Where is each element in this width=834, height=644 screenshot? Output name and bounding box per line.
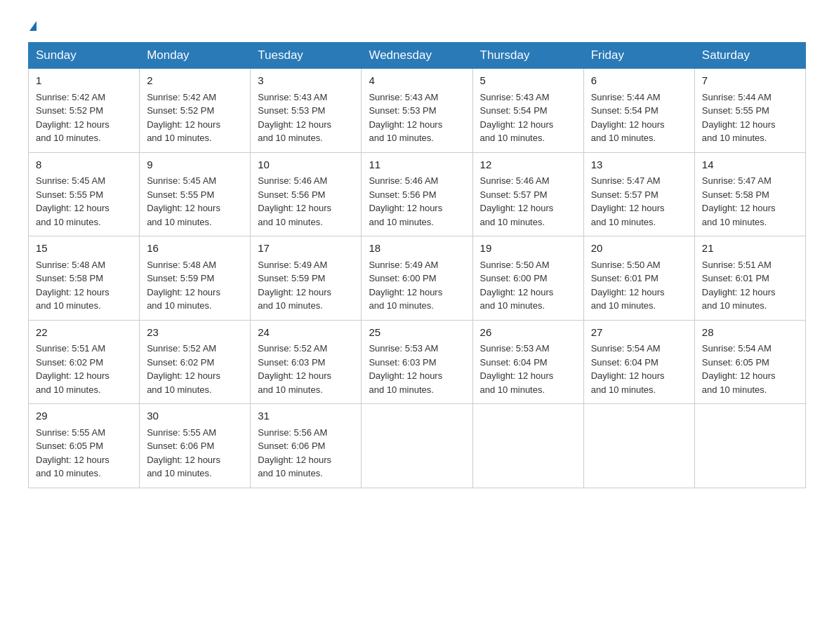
day-number: 25 bbox=[369, 325, 465, 341]
weekday-header-monday: Monday bbox=[140, 43, 251, 69]
day-number: 10 bbox=[258, 157, 354, 173]
calendar-week-1: 1Sunrise: 5:42 AMSunset: 5:52 PMDaylight… bbox=[29, 69, 806, 153]
day-number: 5 bbox=[480, 73, 576, 89]
calendar-cell bbox=[694, 404, 805, 488]
calendar-cell: 2Sunrise: 5:42 AMSunset: 5:52 PMDaylight… bbox=[140, 69, 251, 153]
day-number: 29 bbox=[36, 408, 132, 424]
day-number: 22 bbox=[36, 325, 132, 341]
day-number: 24 bbox=[258, 325, 354, 341]
weekday-header-wednesday: Wednesday bbox=[362, 43, 472, 69]
day-number: 4 bbox=[369, 73, 465, 89]
weekday-header-tuesday: Tuesday bbox=[251, 43, 362, 69]
logo bbox=[28, 21, 37, 31]
day-number: 11 bbox=[369, 157, 465, 173]
weekday-header-saturday: Saturday bbox=[694, 43, 805, 69]
calendar-cell: 22Sunrise: 5:51 AMSunset: 6:02 PMDayligh… bbox=[29, 320, 140, 404]
day-number: 7 bbox=[702, 73, 798, 89]
day-number: 12 bbox=[480, 157, 576, 173]
calendar-cell: 11Sunrise: 5:46 AMSunset: 5:56 PMDayligh… bbox=[362, 152, 472, 236]
day-number: 28 bbox=[702, 325, 798, 341]
day-number: 18 bbox=[369, 241, 465, 257]
weekday-header-thursday: Thursday bbox=[472, 43, 583, 69]
calendar-cell: 9Sunrise: 5:45 AMSunset: 5:55 PMDaylight… bbox=[140, 152, 251, 236]
day-number: 17 bbox=[258, 241, 354, 257]
calendar-table: SundayMondayTuesdayWednesdayThursdayFrid… bbox=[28, 42, 806, 488]
day-number: 1 bbox=[36, 73, 132, 89]
day-number: 26 bbox=[480, 325, 576, 341]
calendar-cell: 15Sunrise: 5:48 AMSunset: 5:58 PMDayligh… bbox=[29, 236, 140, 321]
day-number: 9 bbox=[147, 157, 243, 173]
calendar-cell: 14Sunrise: 5:47 AMSunset: 5:58 PMDayligh… bbox=[694, 152, 805, 236]
calendar-cell: 31Sunrise: 5:56 AMSunset: 6:06 PMDayligh… bbox=[251, 404, 362, 488]
weekday-header-sunday: Sunday bbox=[29, 43, 140, 69]
day-number: 23 bbox=[147, 325, 243, 341]
day-number: 2 bbox=[147, 73, 243, 89]
calendar-week-4: 22Sunrise: 5:51 AMSunset: 6:02 PMDayligh… bbox=[29, 320, 806, 404]
calendar-cell: 4Sunrise: 5:43 AMSunset: 5:53 PMDaylight… bbox=[362, 69, 472, 153]
calendar-cell bbox=[583, 404, 694, 488]
day-number: 14 bbox=[702, 157, 798, 173]
calendar-cell bbox=[472, 404, 583, 488]
weekday-header-row: SundayMondayTuesdayWednesdayThursdayFrid… bbox=[29, 43, 806, 69]
day-number: 6 bbox=[591, 73, 687, 89]
calendar-cell: 5Sunrise: 5:43 AMSunset: 5:54 PMDaylight… bbox=[472, 69, 583, 153]
calendar-cell: 10Sunrise: 5:46 AMSunset: 5:56 PMDayligh… bbox=[251, 152, 362, 236]
calendar-cell: 27Sunrise: 5:54 AMSunset: 6:04 PMDayligh… bbox=[583, 320, 694, 404]
calendar-cell: 26Sunrise: 5:53 AMSunset: 6:04 PMDayligh… bbox=[472, 320, 583, 404]
calendar-cell: 17Sunrise: 5:49 AMSunset: 5:59 PMDayligh… bbox=[251, 236, 362, 321]
calendar-cell: 19Sunrise: 5:50 AMSunset: 6:00 PMDayligh… bbox=[472, 236, 583, 321]
calendar-cell: 1Sunrise: 5:42 AMSunset: 5:52 PMDaylight… bbox=[29, 69, 140, 153]
calendar-week-5: 29Sunrise: 5:55 AMSunset: 6:05 PMDayligh… bbox=[29, 404, 806, 488]
day-number: 3 bbox=[258, 73, 354, 89]
calendar-cell: 8Sunrise: 5:45 AMSunset: 5:55 PMDaylight… bbox=[29, 152, 140, 236]
day-number: 20 bbox=[591, 241, 687, 257]
calendar-cell: 16Sunrise: 5:48 AMSunset: 5:59 PMDayligh… bbox=[140, 236, 251, 321]
calendar-cell: 13Sunrise: 5:47 AMSunset: 5:57 PMDayligh… bbox=[583, 152, 694, 236]
calendar-cell: 18Sunrise: 5:49 AMSunset: 6:00 PMDayligh… bbox=[362, 236, 472, 321]
logo-triangle-icon bbox=[29, 21, 37, 31]
calendar-week-2: 8Sunrise: 5:45 AMSunset: 5:55 PMDaylight… bbox=[29, 152, 806, 236]
calendar-cell: 12Sunrise: 5:46 AMSunset: 5:57 PMDayligh… bbox=[472, 152, 583, 236]
calendar-cell: 7Sunrise: 5:44 AMSunset: 5:55 PMDaylight… bbox=[694, 69, 805, 153]
calendar-cell: 28Sunrise: 5:54 AMSunset: 6:05 PMDayligh… bbox=[694, 320, 805, 404]
calendar-cell: 25Sunrise: 5:53 AMSunset: 6:03 PMDayligh… bbox=[362, 320, 472, 404]
day-number: 15 bbox=[36, 241, 132, 257]
day-number: 21 bbox=[702, 241, 798, 257]
calendar-cell: 21Sunrise: 5:51 AMSunset: 6:01 PMDayligh… bbox=[694, 236, 805, 321]
calendar-cell: 23Sunrise: 5:52 AMSunset: 6:02 PMDayligh… bbox=[140, 320, 251, 404]
calendar-cell: 6Sunrise: 5:44 AMSunset: 5:54 PMDaylight… bbox=[583, 69, 694, 153]
calendar-cell: 3Sunrise: 5:43 AMSunset: 5:53 PMDaylight… bbox=[251, 69, 362, 153]
day-number: 27 bbox=[591, 325, 687, 341]
day-number: 13 bbox=[591, 157, 687, 173]
weekday-header-friday: Friday bbox=[583, 43, 694, 69]
day-number: 16 bbox=[147, 241, 243, 257]
page-header bbox=[28, 21, 806, 31]
day-number: 8 bbox=[36, 157, 132, 173]
day-number: 30 bbox=[147, 408, 243, 424]
calendar-cell bbox=[362, 404, 472, 488]
day-number: 31 bbox=[258, 408, 354, 424]
day-number: 19 bbox=[480, 241, 576, 257]
calendar-cell: 29Sunrise: 5:55 AMSunset: 6:05 PMDayligh… bbox=[29, 404, 140, 488]
calendar-week-3: 15Sunrise: 5:48 AMSunset: 5:58 PMDayligh… bbox=[29, 236, 806, 321]
calendar-cell: 30Sunrise: 5:55 AMSunset: 6:06 PMDayligh… bbox=[140, 404, 251, 488]
calendar-cell: 20Sunrise: 5:50 AMSunset: 6:01 PMDayligh… bbox=[583, 236, 694, 321]
calendar-cell: 24Sunrise: 5:52 AMSunset: 6:03 PMDayligh… bbox=[251, 320, 362, 404]
